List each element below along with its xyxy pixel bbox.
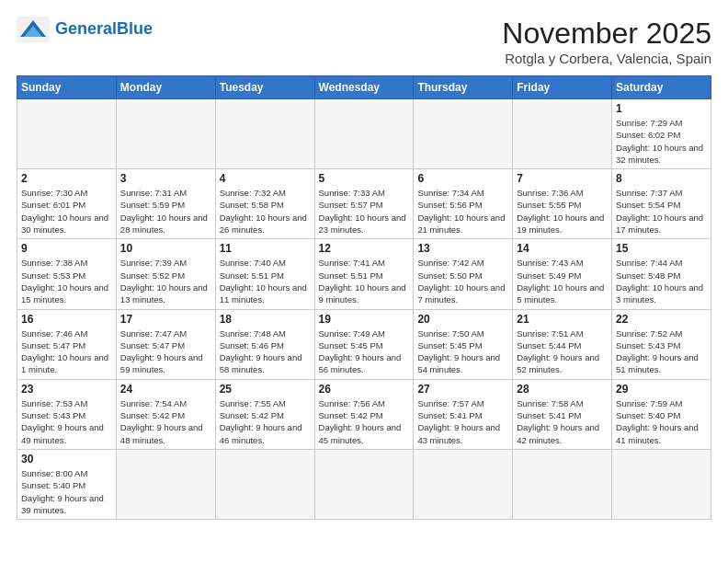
day-info: Sunrise: 7:48 AM Sunset: 5:46 PM Dayligh…	[220, 327, 311, 376]
calendar-cell: 10Sunrise: 7:39 AM Sunset: 5:52 PM Dayli…	[116, 239, 215, 309]
calendar-cell: 16Sunrise: 7:46 AM Sunset: 5:47 PM Dayli…	[17, 309, 117, 379]
day-info: Sunrise: 7:37 AM Sunset: 5:54 PM Dayligh…	[616, 187, 707, 236]
weekday-header-monday: Monday	[116, 76, 215, 99]
day-info: Sunrise: 7:59 AM Sunset: 5:40 PM Dayligh…	[616, 397, 707, 446]
calendar-cell: 6Sunrise: 7:34 AM Sunset: 5:56 PM Daylig…	[414, 169, 513, 239]
weekday-header-saturday: Saturday	[612, 76, 711, 99]
day-number: 16	[21, 313, 112, 326]
day-number: 9	[21, 242, 112, 255]
day-number: 29	[616, 383, 707, 396]
calendar-cell	[513, 449, 612, 519]
calendar-cell: 20Sunrise: 7:50 AM Sunset: 5:45 PM Dayli…	[414, 309, 513, 379]
calendar-week-2: 9Sunrise: 7:38 AM Sunset: 5:53 PM Daylig…	[17, 239, 711, 309]
logo-icon	[17, 17, 50, 42]
day-info: Sunrise: 7:31 AM Sunset: 5:59 PM Dayligh…	[120, 187, 211, 236]
calendar-cell: 11Sunrise: 7:40 AM Sunset: 5:51 PM Dayli…	[215, 239, 314, 309]
calendar-cell: 19Sunrise: 7:49 AM Sunset: 5:45 PM Dayli…	[314, 309, 414, 379]
calendar-cell: 14Sunrise: 7:43 AM Sunset: 5:49 PM Dayli…	[513, 239, 612, 309]
day-info: Sunrise: 7:38 AM Sunset: 5:53 PM Dayligh…	[21, 257, 112, 305]
weekday-header-wednesday: Wednesday	[314, 76, 414, 99]
day-number: 11	[220, 242, 311, 255]
calendar-week-1: 2Sunrise: 7:30 AM Sunset: 6:01 PM Daylig…	[17, 169, 711, 239]
calendar-cell	[414, 449, 513, 519]
calendar-cell: 5Sunrise: 7:33 AM Sunset: 5:57 PM Daylig…	[314, 169, 414, 239]
day-number: 14	[517, 242, 608, 255]
day-number: 6	[417, 172, 508, 185]
calendar-cell	[116, 449, 215, 519]
day-info: Sunrise: 7:57 AM Sunset: 5:41 PM Dayligh…	[417, 397, 508, 446]
day-number: 10	[120, 242, 211, 255]
calendar-cell	[17, 99, 117, 169]
day-number: 2	[21, 172, 112, 185]
day-number: 18	[220, 313, 311, 326]
calendar: SundayMondayTuesdayWednesdayThursdayFrid…	[17, 75, 711, 520]
day-number: 20	[417, 313, 508, 326]
day-number: 1	[616, 102, 707, 115]
weekday-header-friday: Friday	[513, 76, 612, 99]
logo: GeneralBlue	[17, 17, 153, 42]
day-number: 8	[616, 172, 707, 185]
month-title: November 2025	[502, 17, 711, 51]
calendar-cell: 2Sunrise: 7:30 AM Sunset: 6:01 PM Daylig…	[17, 169, 117, 239]
calendar-cell: 30Sunrise: 8:00 AM Sunset: 5:40 PM Dayli…	[17, 449, 117, 519]
calendar-cell: 4Sunrise: 7:32 AM Sunset: 5:58 PM Daylig…	[215, 169, 314, 239]
calendar-cell	[513, 99, 612, 169]
day-info: Sunrise: 7:58 AM Sunset: 5:41 PM Dayligh…	[517, 397, 608, 446]
calendar-cell	[314, 449, 414, 519]
day-number: 5	[319, 172, 410, 185]
day-number: 21	[517, 313, 608, 326]
weekday-header-row: SundayMondayTuesdayWednesdayThursdayFrid…	[17, 76, 711, 99]
day-info: Sunrise: 7:44 AM Sunset: 5:48 PM Dayligh…	[616, 257, 707, 305]
location-title: Rotgla y Corbera, Valencia, Spain	[502, 51, 711, 66]
day-number: 17	[120, 313, 211, 326]
day-info: Sunrise: 7:42 AM Sunset: 5:50 PM Dayligh…	[417, 257, 508, 305]
day-info: Sunrise: 7:43 AM Sunset: 5:49 PM Dayligh…	[517, 257, 608, 305]
calendar-cell: 17Sunrise: 7:47 AM Sunset: 5:47 PM Dayli…	[116, 309, 215, 379]
day-info: Sunrise: 7:29 AM Sunset: 6:02 PM Dayligh…	[616, 117, 707, 166]
day-info: Sunrise: 7:56 AM Sunset: 5:42 PM Dayligh…	[319, 397, 410, 446]
day-info: Sunrise: 8:00 AM Sunset: 5:40 PM Dayligh…	[21, 467, 112, 516]
calendar-cell: 8Sunrise: 7:37 AM Sunset: 5:54 PM Daylig…	[612, 169, 711, 239]
day-number: 22	[616, 313, 707, 326]
day-info: Sunrise: 7:41 AM Sunset: 5:51 PM Dayligh…	[319, 257, 410, 305]
day-number: 26	[319, 383, 410, 396]
calendar-week-0: 1Sunrise: 7:29 AM Sunset: 6:02 PM Daylig…	[17, 99, 711, 169]
calendar-cell: 3Sunrise: 7:31 AM Sunset: 5:59 PM Daylig…	[116, 169, 215, 239]
day-info: Sunrise: 7:33 AM Sunset: 5:57 PM Dayligh…	[319, 187, 410, 236]
calendar-week-4: 23Sunrise: 7:53 AM Sunset: 5:43 PM Dayli…	[17, 379, 711, 449]
weekday-header-tuesday: Tuesday	[215, 76, 314, 99]
calendar-cell	[215, 99, 314, 169]
calendar-cell: 12Sunrise: 7:41 AM Sunset: 5:51 PM Dayli…	[314, 239, 414, 309]
day-number: 7	[517, 172, 608, 185]
logo-blue: Blue	[117, 19, 153, 38]
header-area: GeneralBlue November 2025 Rotgla y Corbe…	[17, 17, 711, 66]
calendar-week-3: 16Sunrise: 7:46 AM Sunset: 5:47 PM Dayli…	[17, 309, 711, 379]
day-number: 24	[120, 383, 211, 396]
calendar-cell: 24Sunrise: 7:54 AM Sunset: 5:42 PM Dayli…	[116, 379, 215, 449]
calendar-cell: 15Sunrise: 7:44 AM Sunset: 5:48 PM Dayli…	[612, 239, 711, 309]
page: GeneralBlue November 2025 Rotgla y Corbe…	[0, 0, 728, 563]
day-number: 23	[21, 383, 112, 396]
title-area: November 2025 Rotgla y Corbera, Valencia…	[502, 17, 711, 66]
day-info: Sunrise: 7:32 AM Sunset: 5:58 PM Dayligh…	[220, 187, 311, 236]
day-info: Sunrise: 7:51 AM Sunset: 5:44 PM Dayligh…	[517, 327, 608, 376]
calendar-cell: 27Sunrise: 7:57 AM Sunset: 5:41 PM Dayli…	[414, 379, 513, 449]
calendar-cell: 1Sunrise: 7:29 AM Sunset: 6:02 PM Daylig…	[612, 99, 711, 169]
day-info: Sunrise: 7:39 AM Sunset: 5:52 PM Dayligh…	[120, 257, 211, 305]
calendar-cell	[215, 449, 314, 519]
calendar-cell	[414, 99, 513, 169]
day-info: Sunrise: 7:46 AM Sunset: 5:47 PM Dayligh…	[21, 327, 112, 376]
day-info: Sunrise: 7:34 AM Sunset: 5:56 PM Dayligh…	[417, 187, 508, 236]
calendar-cell	[612, 449, 711, 519]
calendar-cell: 22Sunrise: 7:52 AM Sunset: 5:43 PM Dayli…	[612, 309, 711, 379]
day-number: 3	[120, 172, 211, 185]
weekday-header-sunday: Sunday	[17, 76, 117, 99]
day-info: Sunrise: 7:50 AM Sunset: 5:45 PM Dayligh…	[417, 327, 508, 376]
day-number: 30	[21, 453, 112, 465]
day-number: 13	[417, 242, 508, 255]
day-info: Sunrise: 7:36 AM Sunset: 5:55 PM Dayligh…	[517, 187, 608, 236]
day-number: 27	[417, 383, 508, 396]
calendar-cell: 28Sunrise: 7:58 AM Sunset: 5:41 PM Dayli…	[513, 379, 612, 449]
day-number: 28	[517, 383, 608, 396]
calendar-cell: 13Sunrise: 7:42 AM Sunset: 5:50 PM Dayli…	[414, 239, 513, 309]
